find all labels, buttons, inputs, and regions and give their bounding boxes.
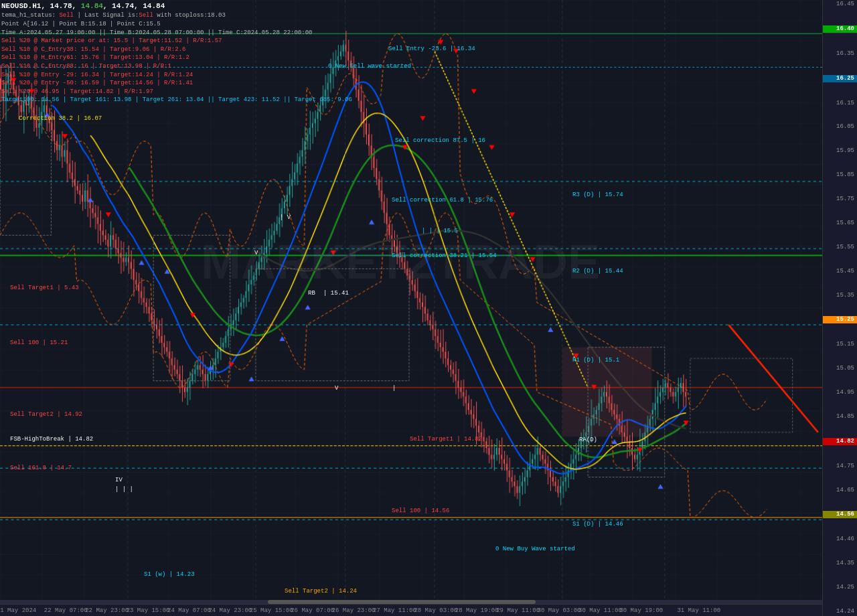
price-15-55: 15.55 [823, 244, 857, 250]
price-16-25-highlight: 16.25 [823, 75, 857, 82]
price-14-85: 14.85 [823, 414, 857, 420]
time-31may11: 31 May 11:00 [677, 607, 720, 614]
sell-line6: Sell %20 @ Entry -50: 16.59 | Target:14.… [1, 79, 352, 88]
sell-line2: Sell %10 @ C_Entry38: 15.54 | Target:9.0… [1, 46, 352, 54]
price-15-85: 15.85 [823, 172, 857, 178]
time-28may03: 28 May 03:00 [414, 607, 457, 614]
price-16-35: 16.35 [823, 51, 857, 57]
time-26may07: 26 May 07:00 [291, 607, 334, 614]
chart-title: NEOUSD.H1, 14.78, 14.84, 14.74, 14.84 [1, 1, 352, 11]
targets-line: Target100: 14.56 | Target 161: 13.98 | T… [1, 96, 352, 104]
time-29may11: 29 May 11:00 [496, 607, 540, 614]
sell-line3: Sell %10 @ H_Entry61: 15.76 | Target:13.… [1, 54, 352, 62]
time-30may19: 30 May 19:00 [619, 607, 663, 614]
time-28may19: 28 May 19:00 [455, 607, 499, 614]
price-14-75: 14.75 [823, 463, 857, 469]
price-14-24: 14.24 [823, 609, 857, 615]
time-25may15: 25 May 15:00 [250, 607, 293, 614]
scrollbar-thumb[interactable] [268, 600, 536, 604]
price-14-65: 14.65 [823, 487, 857, 493]
sell-line5: Sell %10 @ Entry -29: 16.34 | Target:14.… [1, 71, 352, 80]
price-14-46: 14.46 [823, 536, 857, 542]
time-24may07: 24 May 07:00 [167, 607, 211, 614]
time-24may23: 24 May 23:00 [208, 607, 252, 614]
header-info: NEOUSD.H1, 14.78, 14.84, 14.74, 14.84 te… [1, 1, 352, 104]
price-axis: 16.45 16.40 16.35 16.25 16.15 16.05 15.9… [822, 0, 857, 616]
horizontal-scrollbar[interactable] [0, 600, 822, 604]
price-16-05: 16.05 [823, 124, 857, 130]
times-line: Time A:2024.05.27 19:00:00 || Time B:202… [1, 29, 352, 37]
time-axis: 21 May 2024 22 May 07:00 22 May 23:00 23… [0, 604, 822, 616]
price-14-95: 14.95 [823, 390, 857, 396]
time-30may03: 30 May 03:00 [538, 607, 581, 614]
time-27may11: 27 May 11:00 [373, 607, 416, 614]
sell-line1: Sell %20 @ Market price or at: 15.5 | Ta… [1, 37, 352, 46]
time-23may15: 23 May 15:00 [127, 607, 170, 614]
price-15-75: 15.75 [823, 196, 857, 202]
time-22may07: 22 May 07:00 [44, 607, 88, 614]
price-15-45: 15.45 [823, 268, 857, 275]
status-line: tema_h1_status: Sell | Last Signal is:Se… [1, 11, 352, 20]
sell-line7: Sell %20 @ 46.95 | Target:14.82 | R/R:1.… [1, 88, 352, 96]
price-16-45: 16.45 [823, 1, 857, 7]
price-15-05: 15.05 [823, 366, 857, 372]
price-15-65: 15.65 [823, 220, 857, 226]
time-21may: 21 May 2024 [0, 607, 36, 614]
time-22may23: 22 May 23:00 [85, 607, 129, 614]
price-15-95: 15.95 [823, 148, 857, 154]
price-15-25-highlight: 15.25 [823, 316, 857, 323]
time-30may11: 30 May 11:00 [578, 607, 622, 614]
sell-line4: Sell %10 @ C_Entry88: 16 | Target:13.98 … [1, 62, 352, 71]
chart-container: Sell Entry -23.6 | 16.34 0 New Sell wave… [0, 0, 857, 616]
price-14-82-highlight: 14.82 [823, 438, 857, 445]
price-15-35: 15.35 [823, 293, 857, 299]
price-14-25: 14.25 [823, 585, 857, 591]
points-line: Point A[16.12 | Point B:15.18 | Point C:… [1, 20, 352, 29]
price-16-15: 16.15 [823, 100, 857, 106]
price-15-15: 15.15 [823, 341, 857, 348]
time-26may23: 26 May 23:00 [332, 607, 376, 614]
price-14-56-highlight: 14.56 [823, 511, 857, 518]
price-14-35: 14.35 [823, 560, 857, 566]
price-16-40-highlight: 16.40 [823, 25, 857, 33]
